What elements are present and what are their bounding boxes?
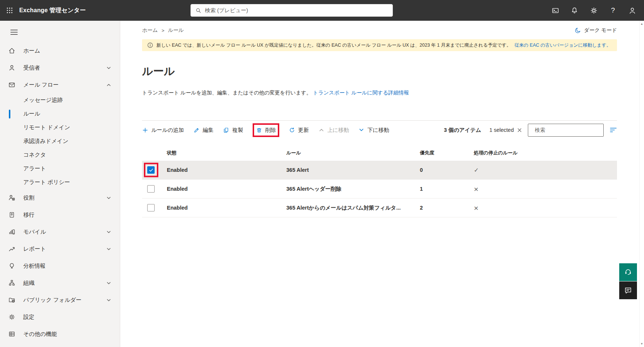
clear-selection-button[interactable] (517, 128, 522, 133)
help-button[interactable]: ? (603, 0, 623, 21)
cell-stop-cross: × (469, 185, 617, 193)
sidebar-item-recipients[interactable]: 受信者 (0, 59, 120, 76)
settings-button[interactable] (584, 0, 603, 21)
org-chart-icon (8, 279, 16, 287)
table-row[interactable]: Enabled 365 Alertからのメールはスパム対策フィルタ... 2 × (142, 198, 617, 217)
chevron-down-icon (106, 280, 112, 286)
selected-indicator (9, 110, 10, 119)
person-badge-icon (8, 194, 16, 201)
row-checkbox[interactable] (147, 166, 155, 174)
list-search-input[interactable] (535, 127, 602, 133)
cell-status: Enabled (167, 186, 286, 192)
move-down-button[interactable]: 下に移動 (358, 127, 389, 134)
cell-status: Enabled (167, 205, 286, 211)
breadcrumb-home[interactable]: ホーム (142, 27, 158, 34)
sidebar-item-organization[interactable]: 組織 (0, 274, 120, 291)
cell-priority: 1 (420, 186, 469, 192)
sidebar-item-rules[interactable]: ルール (0, 107, 120, 121)
column-header-status[interactable]: 状態 (167, 150, 286, 156)
banner-text: 新しい EAC では、新しいメール フロー ルール UX が既定値になりました。… (156, 42, 511, 49)
sidebar-item-insights[interactable]: 分析情報 (0, 257, 120, 274)
duplicate-label: 複製 (232, 127, 243, 134)
trash-icon (256, 127, 262, 133)
breadcrumb-rules[interactable]: ルール (168, 27, 184, 34)
items-count: 3 個のアイテム (444, 127, 481, 134)
move-up-button[interactable]: 上に移動 (318, 127, 349, 134)
table-row[interactable]: Enabled 365 Alertヘッダー削除 1 × (142, 180, 617, 198)
app-title[interactable]: Exchange 管理センター (19, 7, 86, 14)
row-checkbox[interactable] (147, 185, 155, 193)
home-icon (8, 47, 16, 54)
selected-count: 1 selected (489, 127, 514, 133)
main-content: ホーム > ルール ダーク モード 新しい EAC では、新しいメール フロー … (120, 21, 644, 347)
column-header-stop[interactable]: 処理の停止のルール (469, 150, 617, 156)
sidebar-item-settings[interactable]: 設定 (0, 308, 120, 326)
sidebar-item-public-folders[interactable]: パブリック フォルダー (0, 291, 120, 308)
sidebar-item-migration[interactable]: 移行 (0, 206, 120, 223)
chevron-up-icon (318, 127, 324, 133)
column-header-priority[interactable]: 優先度 (420, 150, 469, 156)
notifications-button[interactable] (565, 0, 584, 21)
sidebar-item-alerts[interactable]: アラート (0, 162, 120, 176)
cell-rule: 365 Alertからのメールはスパム対策フィルタ... (286, 204, 420, 211)
sidebar-item-connectors[interactable]: コネクタ (0, 148, 120, 162)
chevron-up-icon (106, 82, 112, 88)
close-icon (517, 128, 522, 133)
feedback-button[interactable] (619, 281, 637, 299)
nav-collapse-button[interactable] (7, 26, 21, 39)
banner-link[interactable]: 従来の EAC の古いバージョンに移動します。 (515, 42, 611, 49)
filter-icon (610, 127, 617, 133)
learn-more-link[interactable]: トランスポート ルールに関する詳細情報 (313, 90, 409, 96)
sidebar-item-roles[interactable]: 役割 (0, 189, 120, 206)
folder-globe-icon (8, 296, 16, 304)
add-rule-button[interactable]: ルールの追加 (142, 127, 184, 134)
cloud-shell-button[interactable] (546, 0, 565, 21)
vertical-scrollbar[interactable]: ▲ ▼ (639, 21, 644, 347)
sidebar-item-home[interactable]: ホーム (0, 42, 120, 59)
list-search-box[interactable] (528, 124, 604, 137)
gear-icon (8, 313, 16, 321)
global-search-input[interactable] (205, 7, 388, 13)
global-search-box[interactable] (190, 4, 393, 17)
sidebar-item-reports[interactable]: レポート (0, 240, 120, 257)
duplicate-button[interactable]: 複製 (223, 127, 243, 134)
table-row[interactable]: Enabled 365 Alert 0 ✓ (142, 161, 617, 180)
sidebar-item-message-trace[interactable]: メッセージ追跡 (0, 93, 120, 107)
sidebar-item-alert-policies[interactable]: アラート ポリシー (0, 176, 120, 189)
row-checkbox[interactable] (147, 204, 155, 211)
filter-button[interactable] (610, 127, 617, 133)
sidebar-item-mail-flow[interactable]: メール フロー (0, 76, 120, 93)
help-icon: ? (611, 6, 615, 14)
scroll-up-arrow[interactable]: ▲ (640, 21, 643, 27)
scroll-down-arrow[interactable]: ▼ (640, 341, 643, 347)
lightbulb-icon (8, 262, 16, 270)
chat-icon (624, 286, 632, 294)
headset-icon (624, 268, 633, 277)
column-header-rule[interactable]: ルール (286, 150, 420, 156)
sidebar-item-mobile[interactable]: モバイル (0, 223, 120, 240)
mobile-chart-icon (8, 228, 16, 236)
refresh-icon (289, 127, 295, 133)
pencil-icon (193, 127, 200, 133)
edit-button[interactable]: 編集 (193, 127, 213, 134)
page-description: トランスポート ルールを追加、編集、またはその他の変更を行います。 トランスポー… (142, 90, 617, 96)
page-description-text: トランスポート ルールを追加、編集、またはその他の変更を行います。 (142, 90, 311, 96)
refresh-button[interactable]: 更新 (289, 127, 309, 134)
sidebar-item-label: コネクタ (23, 151, 46, 159)
sidebar-item-label: メール フロー (23, 81, 59, 89)
chevron-down-icon (358, 127, 364, 133)
account-button[interactable] (623, 0, 642, 21)
cell-rule: 365 Alert (286, 167, 420, 173)
sidebar-item-accepted-domains[interactable]: 承認済みドメイン (0, 134, 120, 148)
delete-button[interactable]: 削除 (256, 127, 276, 134)
dark-mode-toggle[interactable]: ダーク モード (574, 27, 617, 34)
add-rule-label: ルールの追加 (151, 127, 184, 134)
command-bar: ルールの追加 編集 複製 削除 更新 上に移動 (142, 121, 617, 139)
chevron-down-icon (106, 246, 112, 252)
support-button[interactable] (619, 263, 637, 281)
sidebar-item-label: 承認済みドメイン (23, 138, 68, 145)
sidebar-item-remote-domains[interactable]: リモート ドメイン (0, 121, 120, 134)
sidebar-item-other-features[interactable]: その他の機能 (0, 326, 120, 343)
chevron-down-icon (106, 229, 112, 235)
app-launcher-button[interactable] (0, 0, 19, 21)
